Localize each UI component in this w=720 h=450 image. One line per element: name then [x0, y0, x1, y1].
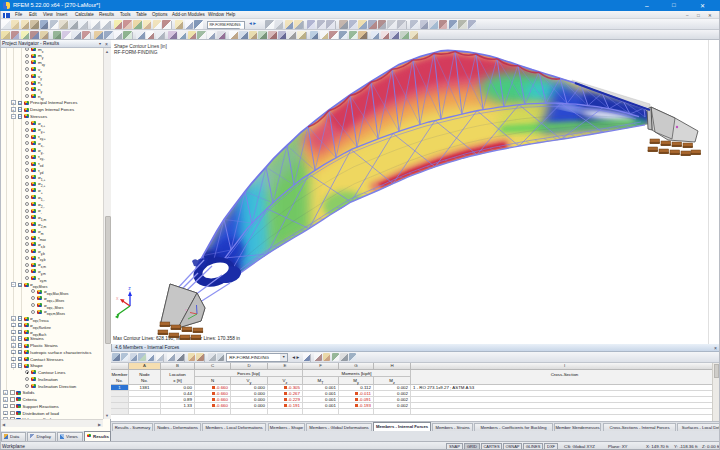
svg-text:x: x	[185, 308, 187, 312]
svg-text:z: z	[128, 285, 131, 291]
svg-text:x: x	[116, 295, 119, 301]
